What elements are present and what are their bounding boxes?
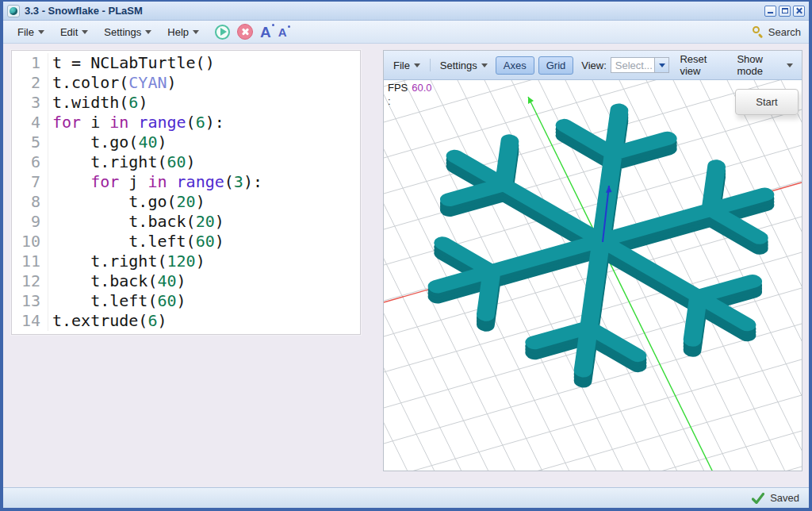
- code-text: t.right(120): [48, 252, 205, 271]
- grid-line: [384, 359, 802, 471]
- close-button[interactable]: [793, 6, 805, 17]
- viewer-menu-settings[interactable]: Settings: [436, 57, 492, 74]
- chevron-down-icon: [38, 30, 44, 34]
- line-number: 13: [12, 291, 48, 311]
- application-window: 3.3 - Snowflake - PLaSM File Edit Settin…: [0, 0, 812, 511]
- menu-help[interactable]: Help: [161, 23, 205, 41]
- code-text: t.back(40): [48, 271, 186, 291]
- grid-line: [384, 80, 411, 471]
- code-text: t.width(6): [48, 93, 147, 113]
- line-number: 10: [12, 232, 48, 252]
- play-icon: [220, 28, 227, 36]
- fps-readout: FPS60.0: [388, 82, 432, 94]
- title-bar: 3.3 - Snowflake - PLaSM: [3, 2, 809, 21]
- code-line[interactable]: 14t.extrude(6): [12, 311, 360, 331]
- grid-line: [781, 80, 802, 471]
- start-button[interactable]: Start: [735, 89, 799, 115]
- code-text: t.right(60): [48, 152, 196, 172]
- chevron-down-icon: [82, 30, 88, 34]
- search-button[interactable]: Search: [753, 26, 801, 38]
- show-mode-menu[interactable]: Show mode: [733, 51, 796, 79]
- toolbar-separator: [430, 59, 431, 71]
- line-number: 12: [12, 271, 48, 291]
- minimize-icon: [768, 12, 773, 13]
- reset-view-button[interactable]: Reset view: [673, 51, 730, 79]
- chevron-down-icon: [481, 63, 488, 67]
- chevron-down-icon: [145, 30, 151, 34]
- saved-status-label: Saved: [770, 492, 799, 504]
- view-select[interactable]: Select...: [611, 57, 670, 73]
- menu-settings[interactable]: Settings: [98, 23, 158, 41]
- window-title: 3.3 - Snowflake - PLaSM: [25, 5, 143, 17]
- code-line[interactable]: 7 for j in range(3):: [12, 172, 360, 192]
- code-line[interactable]: 10 t.left(60): [12, 232, 360, 252]
- editor-pane: 1t = NCLabTurtle()2t.color(CYAN)3t.width…: [3, 44, 364, 487]
- code-text: t.left(60): [48, 232, 224, 252]
- scene-svg: [384, 80, 802, 471]
- code-lines: 1t = NCLabTurtle()2t.color(CYAN)3t.width…: [12, 53, 360, 331]
- code-line[interactable]: 8 t.go(20): [12, 192, 360, 212]
- main-content: 1t = NCLabTurtle()2t.color(CYAN)3t.width…: [3, 44, 809, 487]
- app-logo-icon: [7, 5, 20, 17]
- code-line[interactable]: 2t.color(CYAN): [12, 73, 360, 93]
- code-line[interactable]: 12 t.back(40): [12, 271, 360, 291]
- font-increase-button[interactable]: A: [260, 25, 271, 40]
- minimize-button[interactable]: [764, 6, 776, 17]
- search-icon: [753, 26, 764, 37]
- code-text: t.color(CYAN): [48, 73, 177, 93]
- line-number: 1: [12, 53, 48, 73]
- code-text: t.go(20): [48, 192, 205, 212]
- code-text: t.back(20): [48, 212, 224, 232]
- grid-line: [384, 467, 802, 471]
- view-select-value: Select...: [611, 58, 655, 72]
- chevron-down-icon: [787, 63, 793, 67]
- code-editor[interactable]: 1t = NCLabTurtle()2t.color(CYAN)3t.width…: [11, 50, 361, 335]
- code-line[interactable]: 5 t.go(40): [12, 133, 360, 152]
- grid-line: [754, 80, 802, 471]
- code-text: t.left(60): [48, 291, 186, 311]
- viewer-canvas[interactable]: FPS60.0 : Start: [384, 80, 802, 471]
- viewer-menu-file[interactable]: File: [389, 57, 424, 74]
- line-number: 2: [12, 73, 48, 93]
- view-select-trigger[interactable]: [654, 58, 668, 72]
- code-line[interactable]: 11 t.right(120): [12, 252, 360, 271]
- fps-sub-readout: :: [388, 95, 391, 107]
- axes-toggle-button[interactable]: Axes: [496, 56, 534, 75]
- maximize-button[interactable]: [779, 6, 791, 17]
- view-label: View:: [581, 60, 607, 71]
- viewer-toolbar: File Settings Axes Grid View: Select... …: [384, 51, 802, 80]
- chevron-down-icon: [659, 63, 665, 67]
- close-icon: [795, 7, 802, 14]
- code-text: t.go(40): [48, 133, 167, 152]
- code-text: t = NCLabTurtle(): [48, 53, 215, 73]
- line-number: 5: [12, 133, 48, 152]
- fps-value: 60.0: [412, 82, 431, 94]
- line-number: 11: [12, 252, 48, 271]
- status-bar: Saved: [3, 487, 809, 508]
- code-line[interactable]: 9 t.back(20): [12, 212, 360, 232]
- code-text: t.extrude(6): [48, 311, 167, 331]
- viewer-panel: File Settings Axes Grid View: Select... …: [383, 50, 802, 471]
- grid-toggle-button[interactable]: Grid: [538, 56, 574, 75]
- code-line[interactable]: 13 t.left(60): [12, 291, 360, 311]
- saved-check-icon: [752, 493, 764, 504]
- code-line[interactable]: 1t = NCLabTurtle(): [12, 53, 360, 73]
- stop-button[interactable]: [237, 24, 253, 40]
- line-number: 3: [12, 93, 48, 113]
- menu-bar: File Edit Settings Help A A Search: [3, 21, 809, 44]
- menu-edit[interactable]: Edit: [54, 23, 94, 41]
- font-decrease-button[interactable]: A: [278, 26, 287, 38]
- line-number: 7: [12, 172, 48, 192]
- line-number: 14: [12, 311, 48, 331]
- code-line[interactable]: 6 t.right(60): [12, 152, 360, 172]
- code-line[interactable]: 4for i in range(6):: [12, 113, 360, 133]
- grid-line: [727, 80, 802, 471]
- menu-file[interactable]: File: [11, 23, 51, 41]
- run-button[interactable]: [215, 25, 230, 40]
- line-number: 4: [12, 113, 48, 133]
- viewer-pane: File Settings Axes Grid View: Select... …: [364, 44, 809, 487]
- code-text: for j in range(3):: [48, 172, 262, 192]
- code-line[interactable]: 3t.width(6): [12, 93, 360, 113]
- chevron-down-icon: [193, 30, 199, 34]
- line-number: 8: [12, 192, 48, 212]
